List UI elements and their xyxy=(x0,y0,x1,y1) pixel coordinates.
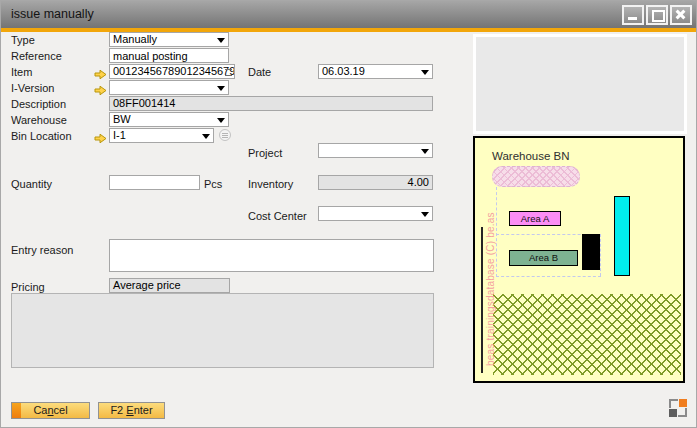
resize-form-icon[interactable] xyxy=(669,399,687,417)
date-label: Date xyxy=(248,66,271,78)
warehouse-dropdown[interactable]: BW xyxy=(109,112,229,127)
maximize-button[interactable] xyxy=(646,5,668,25)
chevron-down-icon[interactable] xyxy=(421,70,429,75)
quantity-label: Quantity xyxy=(11,178,52,190)
accent-stripe xyxy=(1,28,696,32)
quantity-unit-label: Pcs xyxy=(204,178,222,190)
pricing-label: Pricing xyxy=(11,281,45,293)
cancel-label: Ca xyxy=(33,404,47,416)
chevron-down-icon[interactable] xyxy=(217,118,225,123)
reference-label: Reference xyxy=(11,50,62,62)
f2-enter-button[interactable]: F2 Enter xyxy=(98,402,165,419)
cost-center-dropdown[interactable] xyxy=(318,206,433,221)
chevron-down-icon[interactable] xyxy=(217,38,225,43)
wall-line xyxy=(481,227,483,373)
pink-zone-shape xyxy=(492,166,580,187)
minimize-icon xyxy=(628,17,637,20)
bin-location-dropdown[interactable]: I-1 xyxy=(109,128,214,143)
hatched-storage-zone xyxy=(493,294,681,375)
project-dropdown[interactable] xyxy=(318,143,433,158)
watermark-text: beas trainingsdatabase (C) be.as xyxy=(485,221,496,366)
chevron-down-icon[interactable] xyxy=(217,86,225,91)
pricing-field: Average price xyxy=(109,278,230,293)
equals-icon[interactable] xyxy=(225,69,232,76)
project-label: Project xyxy=(248,147,282,159)
type-value: Manually xyxy=(113,33,157,45)
preview-placeholder-panel xyxy=(473,34,687,134)
i-version-dropdown[interactable] xyxy=(109,80,229,95)
default-button-accent xyxy=(12,403,21,418)
cost-center-label: Cost Center xyxy=(248,210,307,222)
bin-location-value: I-1 xyxy=(113,129,126,141)
dialog-issue-manually: issue manually Type Reference Item I-Ver… xyxy=(0,0,697,428)
route-dashed-line xyxy=(496,187,497,277)
item-input[interactable]: 001234567890123456790 xyxy=(109,64,235,79)
route-dashed-line xyxy=(496,276,601,277)
i-version-link-arrow-icon[interactable] xyxy=(94,82,107,93)
warehouse-label: Warehouse xyxy=(11,114,67,126)
type-label: Type xyxy=(11,34,35,46)
close-button[interactable] xyxy=(670,5,692,25)
entry-reason-label: Entry reason xyxy=(11,244,73,256)
chevron-down-icon[interactable] xyxy=(421,149,429,154)
date-dropdown[interactable]: 06.03.19 xyxy=(318,64,433,79)
route-dashed-line xyxy=(600,234,601,276)
cyan-rack-shape xyxy=(614,196,630,276)
black-rack-shape xyxy=(582,234,600,270)
chevron-down-icon[interactable] xyxy=(202,134,210,139)
f2-enter-label: F2 xyxy=(110,404,126,416)
title-bar[interactable]: issue manually xyxy=(1,1,696,28)
bin-location-options-icon[interactable] xyxy=(219,129,231,141)
i-version-label: I-Version xyxy=(11,82,54,94)
maximize-icon xyxy=(652,10,665,22)
cancel-button[interactable]: Cancel xyxy=(11,402,90,419)
inventory-label: Inventory xyxy=(248,178,293,190)
area-a-box: Area A xyxy=(509,211,561,226)
window-title: issue manually xyxy=(11,7,94,21)
warehouse-map-title: Warehouse BN xyxy=(492,150,570,162)
warehouse-map-panel: Warehouse BN Area A Area B beas training… xyxy=(473,136,685,383)
minimize-button[interactable] xyxy=(622,5,644,25)
warehouse-value: BW xyxy=(113,113,131,125)
area-b-box: Area B xyxy=(509,250,578,266)
bin-location-link-arrow-icon[interactable] xyxy=(94,130,107,141)
item-label: Item xyxy=(11,66,32,78)
type-dropdown[interactable]: Manually xyxy=(109,32,229,47)
quantity-input[interactable] xyxy=(109,175,200,190)
bin-location-label: Bin Location xyxy=(11,130,72,142)
item-value: 001234567890123456790 xyxy=(113,65,235,77)
inventory-field: 4.00 xyxy=(318,175,433,190)
reference-input[interactable] xyxy=(109,48,229,63)
item-link-arrow-icon[interactable] xyxy=(94,66,107,77)
date-value: 06.03.19 xyxy=(322,65,365,77)
details-panel xyxy=(11,293,434,368)
description-label: Description xyxy=(11,98,66,110)
chevron-down-icon[interactable] xyxy=(421,212,429,217)
entry-reason-textarea[interactable] xyxy=(109,239,434,272)
description-field: 08FF001414 xyxy=(109,96,433,111)
